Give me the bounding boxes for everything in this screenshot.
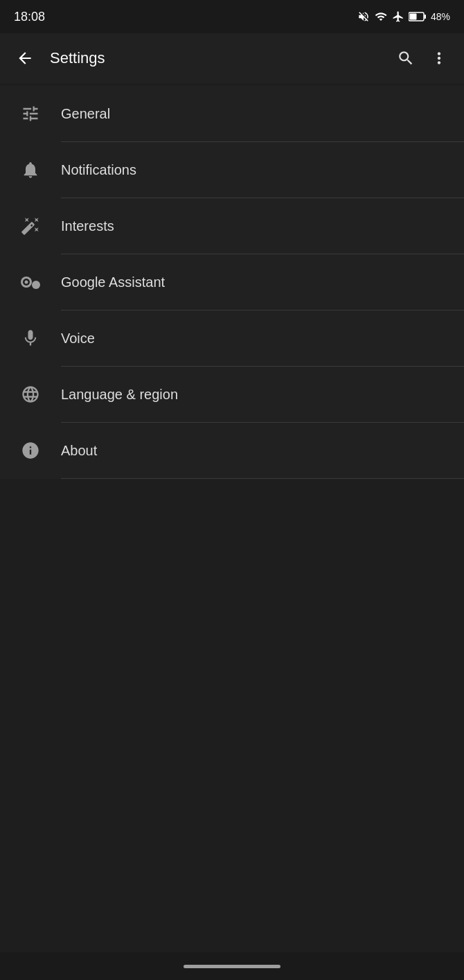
battery-icon [409,11,427,22]
sliders-icon [21,104,40,123]
page-title: Settings [50,49,392,67]
notifications-icon-wrapper [17,156,44,184]
more-options-button[interactable] [425,44,453,72]
settings-item-language-region[interactable]: Language & region [0,367,464,422]
voice-label: Voice [61,331,95,347]
language-region-label: Language & region [61,387,178,403]
interests-label: Interests [61,218,114,234]
search-icon [397,49,415,67]
wifi-icon [374,10,388,23]
general-label: General [61,106,110,122]
general-icon-wrapper [17,100,44,128]
info-icon [21,441,40,460]
about-label: About [61,443,97,459]
settings-item-about[interactable]: About [0,423,464,478]
back-button[interactable] [11,44,39,72]
settings-list: General Notifications Interests [0,86,464,479]
settings-item-voice[interactable]: Voice [0,310,464,366]
svg-rect-1 [424,15,426,19]
svg-point-5 [32,281,40,289]
language-icon-wrapper [17,380,44,408]
google-assistant-label: Google Assistant [61,274,165,290]
status-bar: 18:08 48% [0,0,464,33]
magic-icon [21,216,40,236]
home-indicator [184,965,280,968]
svg-point-7 [25,281,28,284]
notifications-label: Notifications [61,162,136,178]
mic-icon [21,329,40,348]
back-arrow-icon [16,49,34,67]
settings-item-google-assistant[interactable]: Google Assistant [0,254,464,310]
about-icon-wrapper [17,437,44,464]
app-bar: Settings [0,33,464,83]
app-bar-actions [392,44,453,72]
settings-item-general[interactable]: General [0,86,464,141]
more-vertical-icon [430,49,448,67]
battery-percentage: 48% [431,11,450,22]
search-button[interactable] [392,44,420,72]
settings-item-interests[interactable]: Interests [0,198,464,254]
globe-icon [21,385,40,404]
airplane-icon [392,10,404,23]
divider-7 [61,478,464,479]
status-icons: 48% [357,10,450,23]
assistant-icon [18,272,43,292]
interests-icon-wrapper [17,212,44,240]
bottom-bar [0,952,464,980]
settings-item-notifications[interactable]: Notifications [0,142,464,198]
status-time: 18:08 [14,10,45,24]
assistant-icon-wrapper [17,268,44,296]
voice-icon-wrapper [17,324,44,352]
svg-rect-2 [409,14,416,20]
mute-icon [357,10,370,23]
bell-icon [21,160,40,180]
